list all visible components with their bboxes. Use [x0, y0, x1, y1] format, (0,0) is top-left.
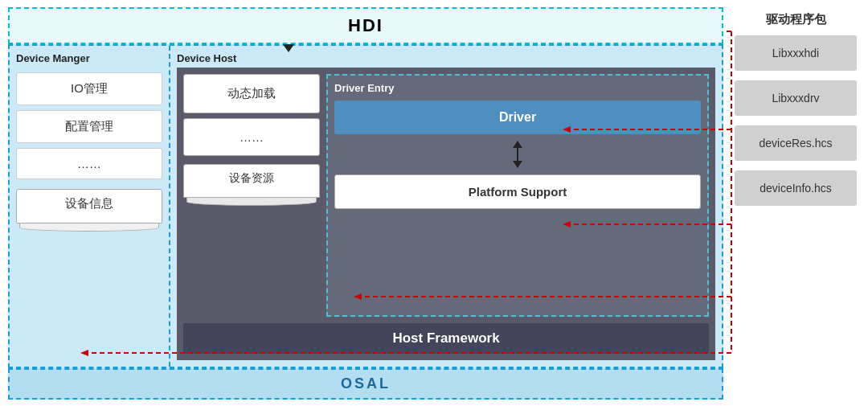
host-framework-bar: Host Framework [183, 323, 709, 354]
platform-support-box: Platform Support [334, 174, 701, 209]
right-item-libxxxhdi: Libxxxhdi [735, 35, 857, 71]
device-resource-cylinder: 设备资源 [183, 164, 320, 206]
dynamic-load-box: 动态加载 [183, 74, 320, 113]
right-panel-title: 驱动程序包 [731, 7, 860, 35]
content-row: Device Manger IO管理 配置管理 …… 设备信息 [8, 44, 723, 368]
device-host-label: Device Host [177, 52, 715, 64]
io-management-box: IO管理 [16, 72, 162, 105]
driver-entry-label: Driver Entry [334, 82, 701, 94]
vertical-arrow [334, 141, 701, 168]
driver-area-col: Driver Entry Driver [326, 74, 709, 317]
device-manager-label: Device Manger [16, 52, 162, 64]
device-info-cylinder: 设备信息 [16, 189, 162, 232]
right-panel: 驱动程序包 Libxxxhdi Libxxxdrv deviceRes.hcs … [731, 7, 860, 400]
right-item-deviceinfo: deviceInfo.hcs [735, 170, 857, 206]
main-area: HDI Device Manger IO管理 配置管理 …… 设备信息 [8, 7, 723, 400]
device-host-section: Device Host 动态加载 …… [170, 46, 722, 367]
diagram-wrapper: HDI Device Manger IO管理 配置管理 …… 设备信息 [8, 7, 860, 400]
osal-bar: OSAL [8, 368, 723, 400]
host-inner-content: 动态加载 …… 设备资源 [183, 74, 709, 317]
ellipsis-host-box: …… [183, 118, 320, 156]
right-item-deviceres: deviceRes.hcs [735, 125, 857, 161]
device-manager-section: Device Manger IO管理 配置管理 …… 设备信息 [10, 46, 170, 367]
driver-box: Driver [334, 100, 701, 134]
host-inner: 动态加载 …… 设备资源 [177, 68, 715, 360]
ellipsis-box: …… [16, 148, 162, 179]
config-management-box: 配置管理 [16, 110, 162, 143]
dynamic-load-col: 动态加载 …… 设备资源 [183, 74, 320, 317]
right-item-libxxxdrv: Libxxxdrv [735, 80, 857, 116]
osal-label: OSAL [341, 375, 391, 392]
hdi-label: HDI [348, 15, 383, 35]
hdi-box: HDI [8, 7, 723, 44]
driver-entry-area: Driver Entry Driver [326, 74, 709, 317]
right-panel-items: Libxxxhdi Libxxxdrv deviceRes.hcs device… [731, 35, 860, 206]
